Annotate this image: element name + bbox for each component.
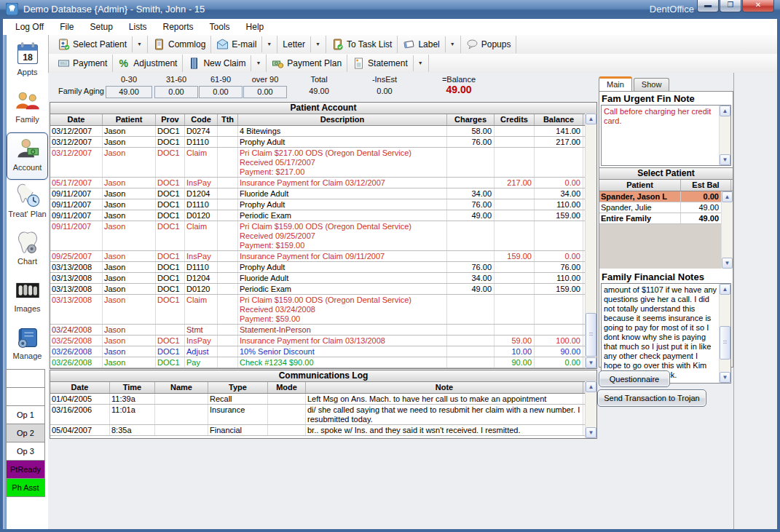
urgent-note-scrollbar[interactable]: ▲ ▼ xyxy=(719,106,730,165)
scroll-down-icon[interactable]: ▼ xyxy=(586,427,596,438)
commlog-row[interactable]: 05/04/20078:35aFinancialbr.. spoke w/ In… xyxy=(50,425,596,436)
scroll-down-icon[interactable]: ▼ xyxy=(586,357,596,368)
dropdown-arrow-icon[interactable]: ▼ xyxy=(132,36,142,52)
op-cell-ph-asst[interactable]: Ph Asst xyxy=(6,478,45,497)
dropdown-arrow-icon[interactable]: ▼ xyxy=(251,55,261,71)
send-transaction-trojan-button[interactable]: Send Transaction to Trojan xyxy=(597,389,706,407)
toolbar-button-select-patient[interactable]: Select Patient▼ xyxy=(52,36,148,53)
select-patient-row[interactable]: Entire Family49.00 xyxy=(599,213,733,224)
account-row[interactable]: 05/17/2007JasonDOC1InsPayInsurance Payme… xyxy=(50,178,596,188)
account-row[interactable]: 09/11/2007JasonDOC1D1204Fluoride Adult34… xyxy=(50,188,596,199)
dropdown-arrow-icon[interactable]: ▼ xyxy=(310,36,320,52)
menu-item-help[interactable]: Help xyxy=(238,20,272,34)
account-row[interactable]: 03/24/2008JasonStmtStatement-InPerson xyxy=(50,325,596,336)
scroll-up-icon[interactable]: ▲ xyxy=(722,191,733,202)
sidebar-item-treat-plan[interactable]: Treat' Plan xyxy=(7,180,48,227)
menu-item-lists[interactable]: Lists xyxy=(121,20,155,34)
scroll-up-icon[interactable]: ▲ xyxy=(720,106,730,116)
scroll-up-icon[interactable]: ▲ xyxy=(586,114,596,124)
account-row[interactable]: 03/26/2008JasonDOC1PayCheck #1234 $90.00… xyxy=(50,357,596,368)
urgent-note-box[interactable]: Call before charging her credit card. ▲ … xyxy=(601,105,731,166)
sidebar-item-manage[interactable]: Manage xyxy=(7,322,48,369)
op-cell-ptready[interactable]: PtReady xyxy=(6,460,45,479)
select-patient-row[interactable]: Spander, Julie49.00 xyxy=(599,202,733,213)
maximize-button[interactable]: ❒ xyxy=(720,0,741,12)
account-row[interactable]: 03/13/2008JasonDOC1D1204Fluoride Adult34… xyxy=(50,273,596,284)
menu-item-reports[interactable]: Reports xyxy=(155,20,202,34)
fin-notes-scroll-thumb[interactable] xyxy=(720,326,730,360)
treatplan-icon xyxy=(15,183,41,209)
sidebar-item-appts[interactable]: 18Appts xyxy=(7,38,48,85)
dropdown-arrow-icon[interactable]: ▼ xyxy=(445,36,455,52)
menu-item-log-off[interactable]: Log Off xyxy=(7,20,52,34)
op-cell-empty[interactable] xyxy=(6,387,45,406)
toolbar-button-letter[interactable]: Letter▼ xyxy=(277,36,326,53)
op-cell-op-1[interactable]: Op 1 xyxy=(6,405,45,424)
op-cell-empty[interactable] xyxy=(6,369,45,388)
commlog-row[interactable]: 03/16/200611:01aInsurancedi/ she called … xyxy=(50,405,596,425)
questionnaire-button[interactable]: Questionnaire xyxy=(599,370,670,387)
toolbar-button-label: Commlog xyxy=(168,39,205,49)
toolbar-button-payment[interactable]: Payment xyxy=(52,55,113,72)
account-row[interactable]: 03/12/2007JasonDOC1D1110Prophy Adult76.0… xyxy=(50,137,596,148)
account-row[interactable]: 03/12/2007JasonDOC1ClaimPri Claim $217.0… xyxy=(50,148,596,178)
sidebar-item-label: Images xyxy=(7,304,48,313)
dropdown-arrow-icon[interactable]: ▼ xyxy=(413,55,423,71)
select-patient-row[interactable]: Spander, Jason L0.00 xyxy=(599,191,733,202)
toolbar-button-e-mail[interactable]: E-mail▼ xyxy=(211,36,277,53)
op-cell-op-2[interactable]: Op 2 xyxy=(6,424,45,442)
account-row[interactable]: 09/11/2007JasonDOC1D0120Periodic Exam49.… xyxy=(50,210,596,221)
manage-icon xyxy=(15,325,41,351)
sidebar-item-family[interactable]: Family xyxy=(7,85,48,132)
toolbar-button-label: Payment xyxy=(73,58,107,68)
account-row[interactable]: 03/13/2008JasonDOC1D0120Periodic Exam49.… xyxy=(50,284,596,295)
sidebar-item-images[interactable]: Images xyxy=(7,274,48,322)
cell xyxy=(218,284,238,294)
scroll-down-icon[interactable]: ▼ xyxy=(722,258,733,269)
cell: 217.00 xyxy=(495,178,535,188)
minimize-button[interactable]: ▬ xyxy=(697,0,719,12)
scroll-up-icon[interactable]: ▲ xyxy=(586,381,596,392)
toolbar-button-statement[interactable]: Statement▼ xyxy=(347,55,429,72)
account-row[interactable]: 03/13/2008JasonDOC1ClaimPri Claim $159.0… xyxy=(50,295,596,325)
account-row[interactable]: 03/26/2008JasonDOC1Adjust10% Senior Disc… xyxy=(50,346,596,357)
menu-item-tools[interactable]: Tools xyxy=(202,20,238,34)
account-row[interactable]: 09/25/2007JasonDOC1InsPayInsurance Payme… xyxy=(50,251,596,262)
sidebar-item-chart[interactable]: Chart xyxy=(7,227,48,274)
dropdown-arrow-icon[interactable]: ▼ xyxy=(261,36,272,52)
commlog-scrollbar[interactable]: ▲ ▼ xyxy=(585,381,596,438)
toolbar-button-adjustment[interactable]: %Adjustment xyxy=(113,55,183,72)
account-row[interactable]: 03/13/2008JasonDOC1D1110Prophy Adult76.0… xyxy=(50,262,596,273)
op-cell-op-3[interactable]: Op 3 xyxy=(6,442,45,461)
toolbar-button-new-claim[interactable]: New Claim▼ xyxy=(183,55,267,72)
cell: Jason xyxy=(103,273,156,283)
menu-item-setup[interactable]: Setup xyxy=(82,20,120,34)
sidebar-item-account[interactable]: Account xyxy=(7,132,48,180)
account-row[interactable]: 03/12/2007JasonDOC1D02744 Bitewings58.00… xyxy=(50,126,596,137)
cell xyxy=(218,221,238,250)
account-scrollbar[interactable]: ▲ ▼ xyxy=(585,114,596,368)
toolbar-button-to-task-list[interactable]: To Task List xyxy=(326,36,398,53)
commlog-row[interactable]: 01/04/200511:39aRecallLeft Msg on Ans. M… xyxy=(50,394,596,405)
toolbar-button-popups[interactable]: Popups xyxy=(461,36,517,53)
account-row[interactable]: 03/25/2008JasonDOC1InsPayInsurance Payme… xyxy=(50,336,596,346)
tab-main[interactable]: Main xyxy=(599,76,632,91)
toolbar-button-label[interactable]: Label▼ xyxy=(398,36,460,53)
account-scroll-thumb[interactable] xyxy=(586,313,596,357)
scroll-down-icon[interactable]: ▼ xyxy=(720,372,730,383)
scroll-down-icon[interactable]: ▼ xyxy=(720,154,730,165)
cell-description: Statement-InPerson xyxy=(238,325,447,335)
fin-notes-scrollbar[interactable]: ▲ ▼ xyxy=(719,284,730,383)
scroll-up-icon[interactable]: ▲ xyxy=(720,284,730,295)
aging-value-0-30: 49.00 xyxy=(106,86,152,98)
account-row[interactable]: 09/11/2007JasonDOC1D1110Prophy Adult76.0… xyxy=(50,199,596,210)
toolbar-button-commlog[interactable]: Commlog xyxy=(148,36,211,53)
toolbar-button-payment-plan[interactable]: Payment Plan xyxy=(267,55,347,72)
select-patient-scrollbar[interactable]: ▲ ▼ xyxy=(721,191,733,269)
account-row[interactable]: 09/11/2007JasonDOC1ClaimPri Claim $159.0… xyxy=(50,221,596,251)
menu-item-file[interactable]: File xyxy=(52,20,82,34)
close-button[interactable]: ✕ xyxy=(742,0,774,12)
cell xyxy=(447,357,495,368)
tab-show[interactable]: Show xyxy=(634,78,670,91)
fin-notes-box[interactable]: amount of $1107 if we have any questions… xyxy=(601,283,731,384)
